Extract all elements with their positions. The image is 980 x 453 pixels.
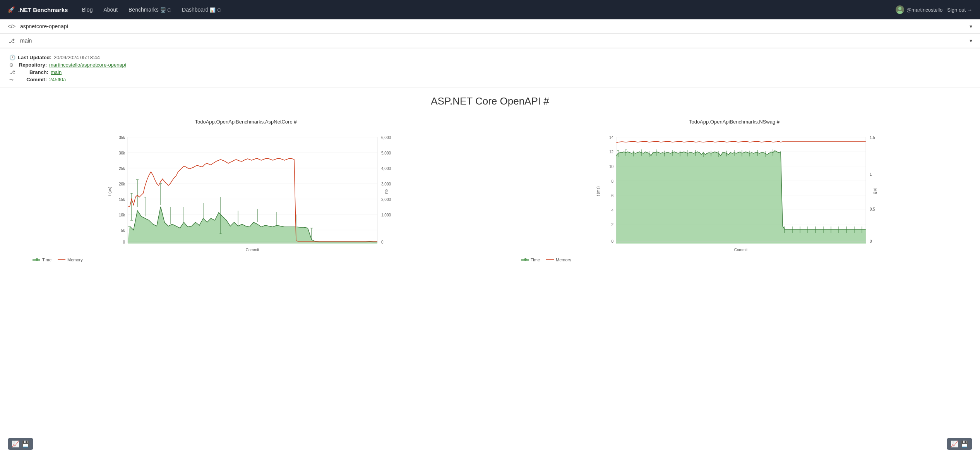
- svg-text:0: 0: [611, 239, 613, 244]
- svg-text:35k: 35k: [119, 136, 125, 140]
- svg-text:1.5: 1.5: [870, 136, 875, 140]
- chart-nswag-title: TodoApp.OpenApiBenchmarks.NSwag #: [498, 119, 971, 125]
- svg-text:30k: 30k: [119, 151, 125, 155]
- svg-text:25k: 25k: [119, 166, 125, 171]
- svg-point-0: [898, 7, 901, 10]
- meta-section: 🕐 Last Updated: 20/09/2024 05:18:44 ⊙ Re…: [0, 48, 980, 88]
- nav-link-about[interactable]: About: [99, 4, 122, 15]
- benchmarks-icons: 🖥️ ⬡: [160, 7, 171, 13]
- brand-icon: 🚀: [8, 6, 15, 13]
- chart-nswag: TodoApp.OpenApiBenchmarks.NSwag # 14 12 …: [498, 119, 971, 262]
- svg-text:MB: MB: [873, 189, 877, 194]
- branch-icon: ⎇: [8, 38, 15, 44]
- legend-memory-aspnetcore: Memory: [58, 257, 83, 262]
- clock-icon: 🕐: [9, 55, 15, 60]
- svg-marker-77: [616, 151, 866, 244]
- svg-text:6,000: 6,000: [381, 136, 391, 140]
- svg-text:14: 14: [609, 136, 614, 140]
- chart-aspnetcore-title: TodoApp.OpenApiBenchmarks.AspNetCore #: [9, 119, 482, 125]
- svg-text:1,000: 1,000: [381, 213, 391, 217]
- legend-time-nswag-label: Time: [531, 257, 540, 262]
- svg-text:Commit: Commit: [734, 248, 748, 252]
- commit-icon: ⊸: [9, 77, 14, 82]
- legend-time-nswag-color: [521, 259, 529, 261]
- svg-text:4,000: 4,000: [381, 166, 391, 171]
- brand-label: .NET Benchmarks: [18, 7, 68, 13]
- charts-grid: TodoApp.OpenApiBenchmarks.AspNetCore # 3…: [9, 119, 971, 262]
- legend-memory-nswag: Memory: [546, 257, 571, 262]
- legend-memory-nswag-color: [546, 259, 554, 260]
- svg-text:Commit: Commit: [246, 248, 259, 252]
- svg-text:0: 0: [123, 240, 125, 244]
- nav-right: @martincostello Sign out →: [896, 5, 972, 14]
- github-icon: ⊙: [9, 62, 14, 68]
- chart-nswag-legend: Time Memory: [498, 257, 971, 262]
- branch-chevron-icon: ▾: [970, 38, 972, 44]
- svg-text:5k: 5k: [121, 228, 125, 233]
- repo-link[interactable]: martincostello/aspnetcore-openapi: [49, 62, 126, 68]
- svg-text:2: 2: [611, 223, 613, 227]
- avatar: [896, 5, 904, 14]
- svg-text:4: 4: [611, 208, 613, 213]
- legend-time-nswag: Time: [521, 257, 540, 262]
- svg-text:5,000: 5,000: [381, 151, 391, 155]
- page-title: ASP.NET Core OpenAPI #: [9, 95, 971, 107]
- svg-text:12: 12: [609, 150, 614, 154]
- navbar: 🚀 .NET Benchmarks Blog About Benchmarks …: [0, 0, 980, 19]
- svg-text:t (μs): t (μs): [108, 187, 112, 196]
- last-updated-label: Last Updated:: [18, 55, 51, 60]
- signout-link[interactable]: Sign out →: [947, 7, 972, 13]
- branch-link[interactable]: main: [51, 69, 62, 75]
- chart-aspnetcore-svg: 35k 30k 25k 20k 15k 10k 5k 0 t (μs) 6,00…: [9, 129, 482, 253]
- svg-text:3,000: 3,000: [381, 182, 391, 186]
- nav-user: @martincostello: [896, 5, 942, 14]
- chart-aspnetcore-wrap: 35k 30k 25k 20k 15k 10k 5k 0 t (μs) 6,00…: [9, 129, 482, 254]
- repo-label: Repository:: [16, 62, 47, 68]
- svg-text:0.5: 0.5: [870, 207, 875, 211]
- nav-link-dashboard[interactable]: Dashboard 📊 ⬡: [177, 4, 226, 15]
- legend-memory-nswag-label: Memory: [556, 257, 571, 262]
- legend-time-label: Time: [42, 257, 51, 262]
- legend-memory-label: Memory: [67, 257, 83, 262]
- last-updated-value: 20/09/2024 05:18:44: [54, 55, 100, 60]
- repo-selector[interactable]: </> aspnetcore-openapi ▾: [0, 19, 980, 34]
- selectors-panel: </> aspnetcore-openapi ▾ ⎇ main ▾: [0, 19, 980, 48]
- svg-text:8: 8: [611, 179, 613, 184]
- svg-text:0: 0: [381, 240, 384, 244]
- svg-text:20k: 20k: [119, 182, 125, 186]
- svg-text:6: 6: [611, 194, 613, 198]
- chart-nswag-svg: 14 12 10 8 6 4 2 0 t (ms) 1.5 1 0.5 0: [498, 129, 971, 253]
- meta-repository: ⊙ Repository: martincostello/aspnetcore-…: [9, 62, 971, 68]
- svg-text:10k: 10k: [119, 213, 125, 217]
- meta-last-updated: 🕐 Last Updated: 20/09/2024 05:18:44: [9, 55, 971, 60]
- repo-value: aspnetcore-openapi: [20, 23, 965, 29]
- svg-marker-28: [128, 207, 377, 244]
- branch-selector[interactable]: ⎇ main ▾: [0, 34, 980, 48]
- svg-text:15k: 15k: [119, 197, 125, 202]
- meta-branch: ⎇ Branch: main: [9, 69, 971, 75]
- svg-text:t (ms): t (ms): [596, 186, 600, 196]
- chart-nswag-wrap: 14 12 10 8 6 4 2 0 t (ms) 1.5 1 0.5 0: [498, 129, 971, 254]
- svg-text:2,000: 2,000: [381, 197, 391, 202]
- main-content: ASP.NET Core OpenAPI # TodoApp.OpenApiBe…: [0, 88, 980, 270]
- nav-links: Blog About Benchmarks 🖥️ ⬡ Dashboard 📊 ⬡: [77, 4, 896, 15]
- branch-label: Branch:: [17, 69, 48, 75]
- repo-icon: </>: [8, 23, 15, 29]
- nav-link-benchmarks[interactable]: Benchmarks 🖥️ ⬡: [124, 4, 176, 15]
- chart-aspnetcore-legend: Time Memory: [9, 257, 482, 262]
- legend-time-aspnetcore: Time: [33, 257, 51, 262]
- dashboard-icons: 📊 ⬡: [210, 7, 221, 13]
- svg-text:KB: KB: [384, 189, 389, 194]
- legend-memory-color: [58, 259, 65, 260]
- commit-label: Commit:: [16, 77, 47, 82]
- commit-link[interactable]: 245ff0a: [49, 77, 66, 82]
- svg-point-1: [897, 11, 903, 14]
- svg-text:10: 10: [609, 165, 614, 169]
- branch-meta-icon: ⎇: [9, 69, 15, 75]
- legend-time-color: [33, 259, 40, 261]
- repo-chevron-icon: ▾: [970, 23, 972, 29]
- nav-brand[interactable]: 🚀 .NET Benchmarks: [8, 6, 68, 13]
- username-label: @martincostello: [906, 7, 942, 13]
- signout-icon: →: [967, 7, 972, 13]
- nav-link-blog[interactable]: Blog: [77, 4, 97, 15]
